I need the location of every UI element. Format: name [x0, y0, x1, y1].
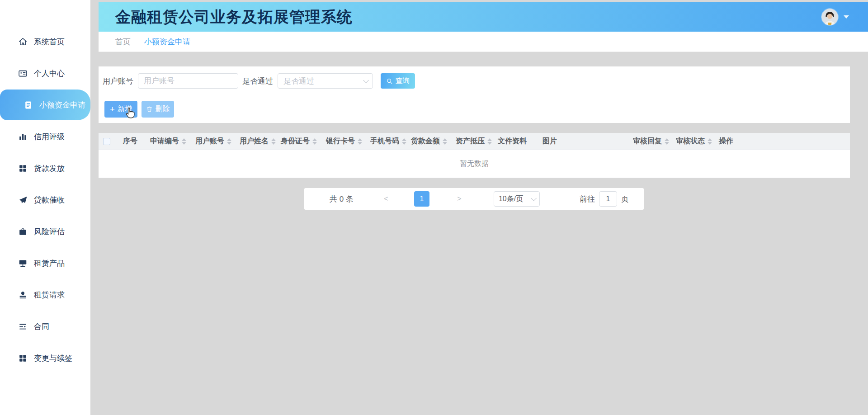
- sidebar-item-9[interactable]: 合同: [0, 311, 90, 342]
- table-column-header-8[interactable]: 货款金额: [406, 137, 451, 146]
- table-column-header-2[interactable]: 申请编号: [146, 137, 191, 146]
- sidebar-item-7[interactable]: 租赁产品: [0, 247, 90, 279]
- table-empty-row: 暂无数据: [99, 150, 850, 178]
- breadcrumb: 首页小额资金申请: [99, 32, 868, 52]
- stamp-icon: [18, 290, 28, 300]
- menu-grid-icon: [18, 164, 28, 173]
- account-input[interactable]: [138, 73, 238, 89]
- prev-page-button[interactable]: <: [382, 195, 391, 203]
- sidebar-item-label: 货款发放: [34, 163, 65, 174]
- table-column-header-7[interactable]: 手机号码: [366, 137, 406, 146]
- paper-plane-icon: [18, 195, 28, 205]
- plus-icon: +: [110, 105, 115, 113]
- column-label: 用户账号: [195, 137, 224, 146]
- sort-caret-icon[interactable]: [443, 138, 447, 145]
- sort-caret-icon[interactable]: [708, 138, 712, 145]
- chevron-down-icon: [531, 195, 537, 201]
- sidebar-item-6[interactable]: 风险评估: [0, 216, 90, 247]
- sidebar-item-label: 租赁请求: [34, 290, 65, 300]
- contract-icon: [18, 322, 28, 331]
- column-label: 身份证号: [281, 137, 310, 146]
- main-area: 金融租赁公司业务及拓展管理系统 首页小额资金申请 用户账号 是否通过 是否通过: [99, 0, 868, 415]
- avatar[interactable]: [821, 9, 838, 25]
- table-column-header-12[interactable]: 审核回复: [628, 137, 671, 146]
- sidebar-item-3[interactable]: 信用评级: [0, 121, 90, 152]
- user-menu[interactable]: [821, 9, 849, 25]
- sort-caret-icon[interactable]: [312, 138, 317, 145]
- data-board-icon: [18, 259, 28, 268]
- pass-select[interactable]: 是否通过: [278, 73, 373, 89]
- sidebar-item-label: 租赁产品: [34, 258, 65, 269]
- postcard-icon: [18, 69, 28, 78]
- filter-panel: 用户账号 是否通过 是否通过 查询 + 新增 删除: [99, 66, 850, 123]
- app-header: 金融租赁公司业务及拓展管理系统: [99, 2, 868, 32]
- pagination: 共 0 条 < 1 > 10条/页 前往 页: [304, 188, 644, 210]
- goto-label: 前往: [580, 194, 595, 204]
- sidebar-item-label: 合同: [34, 321, 49, 332]
- page-size-select[interactable]: 10条/页: [494, 191, 540, 207]
- column-label: 手机号码: [370, 137, 399, 146]
- table-column-header-4[interactable]: 用户姓名: [235, 137, 276, 146]
- table-column-header-9[interactable]: 资产抵压: [451, 137, 493, 146]
- page-number-button[interactable]: 1: [414, 191, 429, 207]
- table-column-header-13[interactable]: 审核状态: [671, 137, 714, 146]
- column-label: 用户姓名: [240, 137, 269, 146]
- page-unit-label: 页: [621, 194, 629, 204]
- next-page-button[interactable]: >: [455, 195, 464, 203]
- delete-button[interactable]: 删除: [142, 101, 174, 118]
- sidebar: 系统首页个人中心小额资金申请信用评级货款发放贷款催收风险评估租赁产品租赁请求合同…: [0, 0, 90, 415]
- column-label: 操作: [719, 137, 733, 146]
- empty-data-text: 暂无数据: [460, 159, 489, 169]
- select-all-checkbox[interactable]: [103, 138, 110, 145]
- goto-page-input[interactable]: [599, 191, 617, 207]
- table-column-header-1: 序号: [118, 137, 146, 146]
- breadcrumb-item-1[interactable]: 小额资金申请: [144, 37, 190, 47]
- chevron-down-icon[interactable]: [844, 15, 849, 19]
- chevron-down-icon: [363, 77, 369, 83]
- column-label: 图片: [542, 137, 557, 146]
- sidebar-item-8[interactable]: 租赁请求: [0, 279, 90, 311]
- table-column-header-10: 文件资料: [493, 137, 538, 146]
- table-column-header-3[interactable]: 用户账号: [191, 137, 235, 146]
- account-label: 用户账号: [103, 76, 133, 86]
- sidebar-item-5[interactable]: 贷款催收: [0, 184, 90, 216]
- toolbar: + 新增 删除: [104, 101, 850, 118]
- pass-select-placeholder: 是否通过: [283, 76, 314, 86]
- search-icon: [386, 78, 393, 85]
- sidebar-item-label: 贷款催收: [34, 195, 65, 205]
- filter-row: 用户账号 是否通过 是否通过 查询: [103, 73, 850, 89]
- sidebar-item-1[interactable]: 个人中心: [0, 57, 90, 89]
- sort-caret-icon[interactable]: [227, 138, 231, 145]
- sort-caret-icon[interactable]: [402, 138, 406, 145]
- sort-caret-icon[interactable]: [182, 138, 186, 145]
- sidebar-item-4[interactable]: 货款发放: [0, 152, 90, 184]
- sidebar-item-0[interactable]: 系统首页: [0, 26, 90, 57]
- sort-caret-icon[interactable]: [665, 138, 669, 145]
- add-button[interactable]: + 新增: [104, 101, 137, 118]
- page-size-label: 10条/页: [499, 194, 523, 204]
- sort-caret-icon[interactable]: [487, 138, 492, 145]
- page-title: 金融租赁公司业务及拓展管理系统: [115, 7, 353, 28]
- table-header-checkbox-cell: [99, 138, 118, 145]
- histogram-icon: [18, 132, 28, 141]
- table-column-header-11: 图片: [538, 137, 628, 146]
- table-column-header-5[interactable]: 身份证号: [276, 137, 321, 146]
- sidebar-item-2[interactable]: 小额资金申请: [0, 90, 90, 120]
- sidebar-menu: 系统首页个人中心小额资金申请信用评级货款发放贷款催收风险评估租赁产品租赁请求合同…: [0, 26, 90, 374]
- table-column-header-14: 操作: [714, 137, 850, 146]
- home-icon: [18, 37, 28, 47]
- query-button-label: 查询: [396, 76, 410, 86]
- add-button-label: 新增: [118, 104, 132, 114]
- query-button[interactable]: 查询: [381, 73, 415, 89]
- sidebar-item-label: 个人中心: [34, 68, 65, 79]
- table-column-header-6[interactable]: 银行卡号: [321, 137, 366, 146]
- sidebar-item-10[interactable]: 变更与续签: [0, 342, 90, 374]
- sort-caret-icon[interactable]: [358, 138, 362, 145]
- breadcrumb-item-0[interactable]: 首页: [115, 37, 131, 47]
- pass-label: 是否通过: [242, 76, 273, 86]
- column-label: 审核状态: [676, 137, 705, 146]
- delete-button-label: 删除: [156, 104, 170, 114]
- column-label: 银行卡号: [326, 137, 355, 146]
- document-icon: [24, 100, 33, 110]
- sort-caret-icon[interactable]: [271, 138, 276, 145]
